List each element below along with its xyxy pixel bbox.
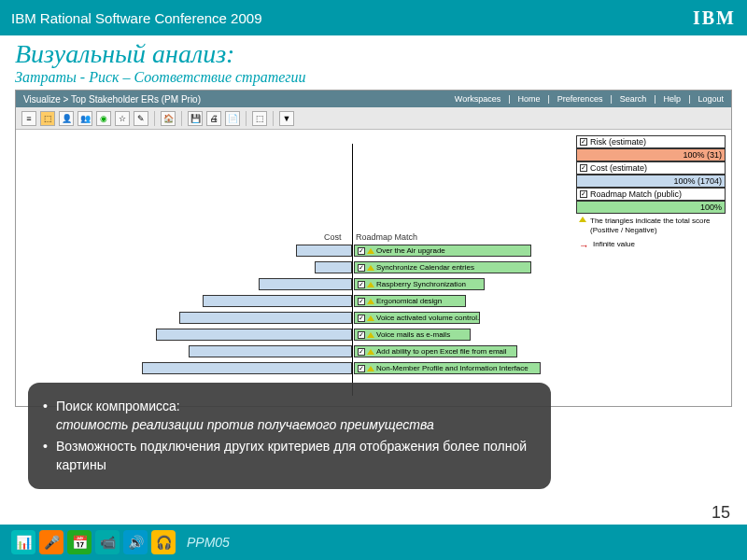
callout-box: Поиск компромисса: стоимость реализации … xyxy=(28,383,551,489)
row-text: Non-Member Profile and Information Inter… xyxy=(376,364,529,372)
legend-note-triangles: The triangles indicate the total score (… xyxy=(576,214,726,237)
nav-preferences[interactable]: Preferences xyxy=(557,94,603,104)
row-text: Voice mails as e-mails xyxy=(376,330,450,339)
footer-icon-3[interactable]: 📅 xyxy=(67,530,92,554)
y-axis xyxy=(352,144,353,396)
legend-cost-check[interactable]: ✓ xyxy=(580,164,587,172)
triangle-icon xyxy=(367,248,374,254)
row-check-icon[interactable]: ✓ xyxy=(358,298,365,305)
triangle-icon xyxy=(367,265,374,271)
legend-risk-check[interactable]: ✓ xyxy=(580,138,587,146)
legend-cost: ✓Cost (estimate) xyxy=(576,161,726,175)
row-label[interactable]: ✓Non-Member Profile and Information Inte… xyxy=(354,362,541,374)
tb-btn-7[interactable]: ✎ xyxy=(134,111,148,126)
slide-title: Визуальный анализ: xyxy=(0,35,747,69)
triangle-icon xyxy=(367,282,374,287)
nav-home[interactable]: Home xyxy=(518,94,541,104)
tb-sep-3 xyxy=(246,111,247,126)
row-text: Over the Air upgrade xyxy=(376,246,445,255)
conference-title: IBM Rational Software Conference 2009 xyxy=(11,10,261,26)
tb-btn-6[interactable]: ☆ xyxy=(115,111,130,126)
bar-cost xyxy=(315,261,352,273)
row-text: Raspberry Synchronization xyxy=(376,280,466,288)
tb-btn-2[interactable]: ⬚ xyxy=(40,111,55,126)
nav-search[interactable]: Search xyxy=(620,94,647,104)
row-check-icon[interactable]: ✓ xyxy=(358,247,365,255)
ibm-logo: IBM xyxy=(693,7,736,29)
tb-btn-8[interactable]: 🏠 xyxy=(161,111,176,126)
row-label[interactable]: ✓Voice mails as e-mails xyxy=(354,329,471,341)
row-check-icon[interactable]: ✓ xyxy=(358,365,365,372)
callout-bullet-2: Возможность подключения других критериев… xyxy=(43,438,536,474)
tb-btn-5[interactable]: ◉ xyxy=(96,111,111,126)
nav-logout[interactable]: Logout xyxy=(698,94,724,104)
tb-sep-2 xyxy=(181,111,182,126)
row-check-icon[interactable]: ✓ xyxy=(358,348,365,356)
app-screenshot: Visualize > Top Stakeholder ERs (PM Prio… xyxy=(15,90,732,407)
footer-icon-1[interactable]: 📊 xyxy=(11,530,35,554)
row-text: Ergonomical design xyxy=(376,297,442,305)
legend-risk-val: 100% (31) xyxy=(576,148,726,161)
row-label[interactable]: ✓Raspberry Synchronization xyxy=(354,278,485,290)
footer-icon-5[interactable]: 🔊 xyxy=(123,530,148,554)
bar-cost xyxy=(142,362,352,374)
tb-btn-1[interactable]: ≡ xyxy=(21,111,36,126)
triangle-icon xyxy=(367,315,374,321)
footer-icon-6[interactable]: 🎧 xyxy=(151,530,176,554)
row-label[interactable]: ✓Ergonomical design xyxy=(354,295,466,307)
row-text: Voice activated volume control. xyxy=(376,314,479,322)
row-label[interactable]: ✓Voice activated volume control. xyxy=(354,312,480,324)
bar-cost xyxy=(189,345,352,357)
footer-icon-4[interactable]: 📹 xyxy=(95,530,120,554)
slide-subtitle: Затраты - Риск – Соответствие стратегии xyxy=(0,69,747,90)
nav-help[interactable]: Help xyxy=(664,94,682,104)
page-number: 15 xyxy=(712,503,730,523)
arrow-icon: → xyxy=(579,240,589,252)
tb-btn-4[interactable]: 👥 xyxy=(78,111,92,126)
app-nav: Workspaces| Home| Preferences| Search| H… xyxy=(455,94,724,104)
legend-roadmap-check[interactable]: ✓ xyxy=(580,190,587,198)
row-check-icon[interactable]: ✓ xyxy=(358,264,365,272)
axis-label-roadmap: Roadmap Match xyxy=(356,232,417,242)
bar-cost xyxy=(179,312,352,324)
chart: Cost Roadmap Match ✓Over the Air upgrade… xyxy=(137,144,539,396)
triangle-icon xyxy=(367,349,374,355)
tb-btn-10[interactable]: 📄 xyxy=(225,111,240,126)
row-check-icon[interactable]: ✓ xyxy=(358,281,365,288)
row-text: Add ability to open Excel file from emai… xyxy=(376,347,507,356)
legend: ✓Risk (estimate) 100% (31) ✓Cost (estima… xyxy=(576,135,726,255)
legend-note-infinite: →Infinite value xyxy=(576,237,726,255)
breadcrumb: Visualize > Top Stakeholder ERs (PM Prio… xyxy=(23,94,201,105)
row-text: Synchronize Calendar entries xyxy=(376,263,474,272)
bar-cost xyxy=(259,278,352,290)
row-label[interactable]: ✓Add ability to open Excel file from ema… xyxy=(354,345,517,357)
row-check-icon[interactable]: ✓ xyxy=(358,315,365,322)
conference-header: IBM Rational Software Conference 2009 IB… xyxy=(0,0,747,35)
tb-btn-filter[interactable]: ▼ xyxy=(279,111,294,126)
legend-roadmap: ✓Roadmap Match (public) xyxy=(576,188,726,201)
axis-label-cost: Cost xyxy=(324,232,342,242)
tb-btn-3[interactable]: 👤 xyxy=(59,111,74,126)
tb-sep-1 xyxy=(154,111,155,126)
chart-canvas: Cost Roadmap Match ✓Over the Air upgrade… xyxy=(16,130,731,406)
legend-roadmap-val: 100% xyxy=(576,201,726,214)
app-toolbar: ≡ ⬚ 👤 👥 ◉ ☆ ✎ 🏠 💾 🖨 📄 ⬚ ▼ xyxy=(16,107,731,130)
triangle-icon xyxy=(367,299,374,304)
footer-bar: 📊 🎤 📅 📹 🔊 🎧 PPM05 xyxy=(0,525,747,560)
row-label[interactable]: ✓Synchronize Calendar entries xyxy=(354,261,531,273)
legend-risk: ✓Risk (estimate) xyxy=(576,135,726,148)
tb-btn-save[interactable]: 💾 xyxy=(188,111,203,126)
tb-btn-print[interactable]: 🖨 xyxy=(206,111,221,126)
footer-icon-2[interactable]: 🎤 xyxy=(39,530,63,554)
triangle-icon xyxy=(367,332,374,338)
nav-workspaces[interactable]: Workspaces xyxy=(455,94,500,104)
bar-cost xyxy=(203,295,352,307)
session-code: PPM05 xyxy=(187,535,230,550)
callout-bullet-1: Поиск компромисса: стоимость реализации … xyxy=(43,398,536,434)
row-label[interactable]: ✓Over the Air upgrade xyxy=(354,245,531,257)
triangle-icon xyxy=(579,217,586,222)
row-check-icon[interactable]: ✓ xyxy=(358,331,365,339)
breadcrumb-bar: Visualize > Top Stakeholder ERs (PM Prio… xyxy=(16,91,731,107)
bar-cost xyxy=(296,245,352,257)
tb-btn-11[interactable]: ⬚ xyxy=(252,111,267,126)
